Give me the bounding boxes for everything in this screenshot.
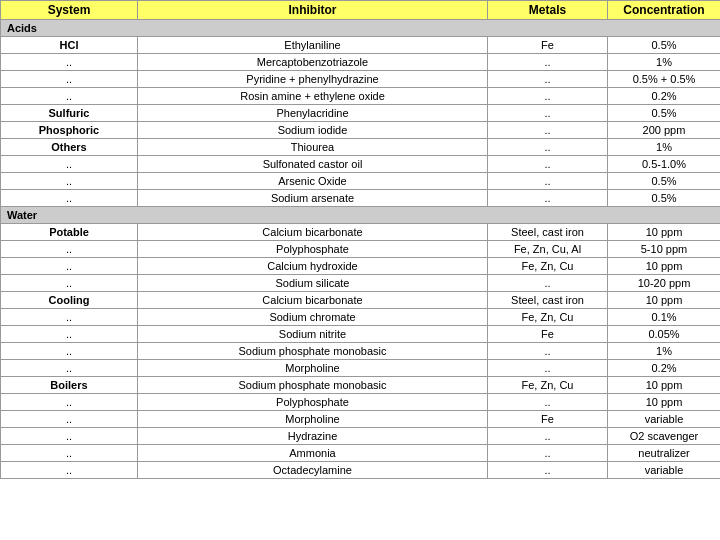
cell-concentration: 0.5% xyxy=(608,37,721,54)
header-system: System xyxy=(1,1,138,20)
cell-concentration: 0.5% xyxy=(608,173,721,190)
cell-metals: .. xyxy=(488,88,608,105)
section-label: Water xyxy=(1,207,721,224)
cell-concentration: variable xyxy=(608,462,721,479)
cell-inhibitor: Octadecylamine xyxy=(138,462,488,479)
cell-inhibitor: Sodium nitrite xyxy=(138,326,488,343)
cell-metals: .. xyxy=(488,173,608,190)
cell-inhibitor: Ethylaniline xyxy=(138,37,488,54)
cell-concentration: 10 ppm xyxy=(608,292,721,309)
cell-metals: .. xyxy=(488,343,608,360)
cell-inhibitor: Mercaptobenzotriazole xyxy=(138,54,488,71)
section-label: Acids xyxy=(1,20,721,37)
cell-system: .. xyxy=(1,275,138,292)
cell-metals: Fe xyxy=(488,326,608,343)
cell-inhibitor: Sulfonated castor oil xyxy=(138,156,488,173)
table-row: ..Arsenic Oxide..0.5% xyxy=(1,173,721,190)
cell-inhibitor: Sodium phosphate monobasic xyxy=(138,377,488,394)
cell-metals: .. xyxy=(488,190,608,207)
cell-metals: Fe, Zn, Cu xyxy=(488,258,608,275)
table-row: CoolingCalcium bicarbonateSteel, cast ir… xyxy=(1,292,721,309)
table-row: OthersThiourea..1% xyxy=(1,139,721,156)
cell-metals: .. xyxy=(488,275,608,292)
cell-inhibitor: Arsenic Oxide xyxy=(138,173,488,190)
table-row: ..Sodium phosphate monobasic..1% xyxy=(1,343,721,360)
cell-concentration: 1% xyxy=(608,139,721,156)
table-row: ..Mercaptobenzotriazole..1% xyxy=(1,54,721,71)
cell-system: Others xyxy=(1,139,138,156)
cell-system: .. xyxy=(1,54,138,71)
cell-system: .. xyxy=(1,88,138,105)
cell-system: Potable xyxy=(1,224,138,241)
cell-system: .. xyxy=(1,173,138,190)
cell-system: Cooling xyxy=(1,292,138,309)
cell-system: .. xyxy=(1,71,138,88)
cell-concentration: 0.2% xyxy=(608,88,721,105)
cell-system: .. xyxy=(1,360,138,377)
cell-metals: .. xyxy=(488,156,608,173)
table-row: ..Rosin amine + ethylene oxide..0.2% xyxy=(1,88,721,105)
header-metals: Metals xyxy=(488,1,608,20)
cell-inhibitor: Sodium chromate xyxy=(138,309,488,326)
table-row: Water xyxy=(1,207,721,224)
cell-metals: .. xyxy=(488,71,608,88)
cell-inhibitor: Ammonia xyxy=(138,445,488,462)
header-inhibitor: Inhibitor xyxy=(138,1,488,20)
cell-inhibitor: Sodium iodide xyxy=(138,122,488,139)
table-row: ..Polyphosphate..10 ppm xyxy=(1,394,721,411)
main-table: System Inhibitor Metals Concentration Ac… xyxy=(0,0,720,479)
cell-system: .. xyxy=(1,411,138,428)
cell-inhibitor: Calcium hydroxide xyxy=(138,258,488,275)
cell-inhibitor: Pyridine + phenylhydrazine xyxy=(138,71,488,88)
cell-metals: Steel, cast iron xyxy=(488,224,608,241)
cell-system: HCl xyxy=(1,37,138,54)
cell-system: Boilers xyxy=(1,377,138,394)
table-row: ..PolyphosphateFe, Zn, Cu, Al5-10 ppm xyxy=(1,241,721,258)
table-row: ..Sodium silicate..10-20 ppm xyxy=(1,275,721,292)
cell-concentration: 10 ppm xyxy=(608,394,721,411)
header-concentration: Concentration xyxy=(608,1,721,20)
table-row: ..Morpholine..0.2% xyxy=(1,360,721,377)
cell-metals: .. xyxy=(488,445,608,462)
cell-metals: .. xyxy=(488,428,608,445)
cell-inhibitor: Morpholine xyxy=(138,360,488,377)
cell-system: Phosphoric xyxy=(1,122,138,139)
cell-system: .. xyxy=(1,343,138,360)
cell-concentration: 0.5% xyxy=(608,190,721,207)
cell-concentration: neutralizer xyxy=(608,445,721,462)
cell-system: .. xyxy=(1,326,138,343)
cell-concentration: 10 ppm xyxy=(608,377,721,394)
cell-system: .. xyxy=(1,241,138,258)
cell-metals: Fe xyxy=(488,37,608,54)
table-row: ..Sodium chromateFe, Zn, Cu0.1% xyxy=(1,309,721,326)
table-row: BoilersSodium phosphate monobasicFe, Zn,… xyxy=(1,377,721,394)
cell-concentration: 0.5% + 0.5% xyxy=(608,71,721,88)
cell-system: .. xyxy=(1,156,138,173)
cell-metals: .. xyxy=(488,105,608,122)
cell-metals: Steel, cast iron xyxy=(488,292,608,309)
cell-system: .. xyxy=(1,190,138,207)
cell-concentration: 10 ppm xyxy=(608,224,721,241)
cell-inhibitor: Sodium silicate xyxy=(138,275,488,292)
table-row: ..Sulfonated castor oil..0.5-1.0% xyxy=(1,156,721,173)
cell-metals: .. xyxy=(488,139,608,156)
table-row: PotableCalcium bicarbonateSteel, cast ir… xyxy=(1,224,721,241)
cell-concentration: 0.05% xyxy=(608,326,721,343)
cell-system: .. xyxy=(1,309,138,326)
cell-metals: .. xyxy=(488,462,608,479)
cell-metals: Fe, Zn, Cu xyxy=(488,377,608,394)
cell-inhibitor: Sodium phosphate monobasic xyxy=(138,343,488,360)
cell-inhibitor: Thiourea xyxy=(138,139,488,156)
cell-inhibitor: Polyphosphate xyxy=(138,241,488,258)
table-row: ..Pyridine + phenylhydrazine..0.5% + 0.5… xyxy=(1,71,721,88)
cell-metals: Fe xyxy=(488,411,608,428)
cell-concentration: 200 ppm xyxy=(608,122,721,139)
cell-system: .. xyxy=(1,445,138,462)
table-row: HClEthylanilineFe0.5% xyxy=(1,37,721,54)
cell-system: .. xyxy=(1,394,138,411)
table-row: Acids xyxy=(1,20,721,37)
cell-metals: .. xyxy=(488,360,608,377)
cell-inhibitor: Hydrazine xyxy=(138,428,488,445)
cell-concentration: 10-20 ppm xyxy=(608,275,721,292)
cell-inhibitor: Sodium arsenate xyxy=(138,190,488,207)
